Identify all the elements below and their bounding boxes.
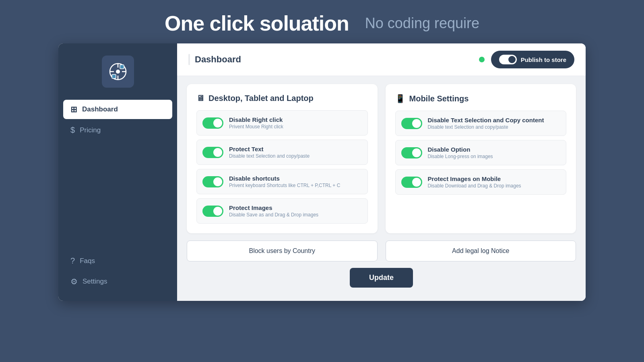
add-legal-log-notice-button[interactable]: Add legal log Notice [386, 241, 576, 261]
publish-label: Publish to store [521, 56, 566, 63]
content-body: 🖥 Desktop, Tablet and Laptop Disable Rig… [177, 76, 586, 301]
setting-desc-protect-text: Disable text Selection and copy/paste [229, 153, 362, 159]
desktop-section-icon: 🖥 [196, 94, 204, 103]
toggle-disable-text-selection[interactable] [401, 118, 422, 129]
sidebar-bottom-nav: ? Faqs ⚙ Settings [58, 251, 177, 301]
setting-protect-images-mobile: Protect Images on Mobile Disable Downloa… [395, 169, 567, 195]
sidebar-item-faqs-label: Faqs [80, 257, 95, 265]
content-header-left: Dashboard [188, 54, 241, 65]
update-button[interactable]: Update [350, 268, 413, 288]
dashboard-icon: ⊞ [70, 105, 77, 114]
setting-protect-text: Protect Text Disable text Selection and … [196, 140, 368, 165]
sidebar-item-faqs[interactable]: ? Faqs [63, 251, 172, 270]
toggle-protect-images-mobile[interactable] [401, 177, 422, 188]
sidebar-item-settings[interactable]: ⚙ Settings [63, 272, 172, 291]
setting-label-protect-images-mobile: Protect Images on Mobile [428, 175, 561, 182]
sidebar-item-dashboard-label: Dashboard [82, 105, 118, 113]
setting-disable-shortcuts: Disable shortcuts Privent keyboard Short… [196, 169, 368, 194]
toggle-protect-images[interactable] [202, 206, 223, 217]
publish-to-store-button[interactable]: Publish to store [491, 51, 574, 68]
footer-buttons: Block users by Country Add legal log Not… [187, 241, 576, 261]
setting-info-protect-images-mobile: Protect Images on Mobile Disable Downloa… [428, 175, 561, 189]
sidebar-item-dashboard[interactable]: ⊞ Dashboard [63, 100, 172, 119]
sidebar-logo [102, 56, 134, 88]
setting-desc-disable-shortcuts: Privent keyboard Shortcuts like CTRL + P… [229, 183, 362, 188]
svg-rect-7 [120, 65, 124, 69]
setting-info-disable-right-click: Disable Right click Privent Mouse Right … [229, 116, 362, 130]
toggle-protect-text[interactable] [202, 147, 223, 158]
toggle-disable-right-click[interactable] [202, 117, 223, 129]
content-header: Dashboard Publish to store [177, 43, 586, 76]
svg-rect-6 [112, 74, 116, 78]
mobile-section-title: 📱 Mobile Settings [395, 94, 567, 103]
setting-info-protect-images: Protect Images Disable Save as and Drag … [229, 204, 362, 218]
svg-point-1 [116, 70, 120, 74]
mobile-section-icon: 📱 [395, 94, 405, 103]
content-area: Dashboard Publish to store 🖥 Desktop, Ta… [177, 43, 586, 301]
settings-icon: ⚙ [70, 277, 78, 286]
setting-protect-images: Protect Images Disable Save as and Drag … [196, 198, 368, 224]
setting-label-protect-text: Protect Text [229, 146, 362, 152]
setting-desc-disable-option: Disable Long-press on images [428, 154, 561, 159]
update-bar: Update [187, 268, 576, 288]
setting-disable-option: Disable Option Disable Long-press on ima… [395, 140, 567, 165]
pricing-icon: $ [70, 125, 75, 135]
publish-toggle-switch [499, 55, 517, 64]
sidebar-item-pricing-label: Pricing [80, 126, 101, 134]
setting-disable-right-click: Disable Right click Privent Mouse Right … [196, 110, 368, 136]
setting-label-disable-shortcuts: Disable shortcuts [229, 175, 362, 182]
setting-disable-text-selection: Disable Text Selection and Copy content … [395, 111, 567, 136]
sidebar-item-pricing[interactable]: $ Pricing [63, 121, 172, 140]
setting-label-disable-text-selection: Disable Text Selection and Copy content [428, 117, 561, 123]
desktop-section-title: 🖥 Desktop, Tablet and Laptop [196, 94, 368, 103]
app-logo-icon [108, 62, 128, 82]
content-header-right: Publish to store [479, 51, 574, 68]
setting-desc-protect-images-mobile: Disable Download and Drag & Drop images [428, 183, 561, 189]
main-subtitle: No coding require [365, 15, 479, 32]
setting-info-disable-shortcuts: Disable shortcuts Privent keyboard Short… [229, 175, 362, 188]
main-title: One click soluation [165, 11, 349, 35]
sidebar: ⊞ Dashboard $ Pricing ? Faqs ⚙ Settings [58, 43, 177, 301]
block-users-by-country-button[interactable]: Block users by Country [187, 241, 378, 261]
setting-label-disable-option: Disable Option [428, 146, 561, 153]
main-container: ⊞ Dashboard $ Pricing ? Faqs ⚙ Settings [58, 43, 586, 301]
content-title: Dashboard [195, 54, 241, 65]
sidebar-nav: ⊞ Dashboard $ Pricing [58, 100, 177, 140]
settings-grid: 🖥 Desktop, Tablet and Laptop Disable Rig… [187, 84, 576, 233]
toggle-disable-option[interactable] [401, 147, 422, 158]
desktop-section-card: 🖥 Desktop, Tablet and Laptop Disable Rig… [187, 84, 378, 233]
faqs-icon: ? [70, 256, 75, 265]
setting-desc-disable-text-selection: Disable text Selection and copy/paste [428, 124, 561, 130]
mobile-section-card: 📱 Mobile Settings Disable Text Selection… [386, 84, 576, 233]
setting-label-disable-right-click: Disable Right click [229, 116, 362, 123]
setting-desc-disable-right-click: Privent Mouse Right click [229, 124, 362, 130]
status-indicator [479, 57, 485, 62]
setting-desc-protect-images: Disable Save as and Drag & Drop images [229, 212, 362, 218]
sidebar-item-settings-label: Settings [83, 278, 107, 286]
page-header: One click soluation No coding require [0, 0, 644, 43]
setting-info-protect-text: Protect Text Disable text Selection and … [229, 146, 362, 159]
setting-info-disable-option: Disable Option Disable Long-press on ima… [428, 146, 561, 159]
header-border-decoration [188, 54, 190, 65]
setting-label-protect-images: Protect Images [229, 204, 362, 211]
toggle-disable-shortcuts[interactable] [202, 176, 223, 187]
setting-info-disable-text-selection: Disable Text Selection and Copy content … [428, 117, 561, 130]
